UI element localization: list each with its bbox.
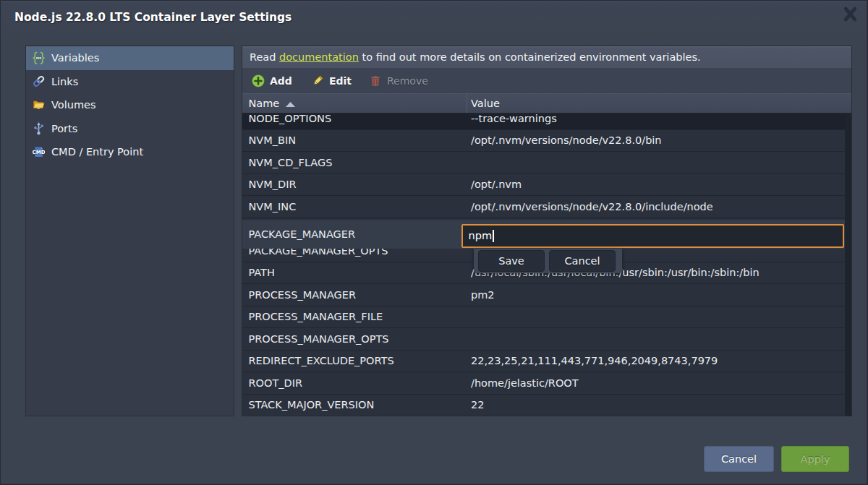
variables-panel: Read documentation to find out more deta… <box>242 46 852 416</box>
sidebar-item-volumes[interactable]: Volumes <box>26 93 234 117</box>
remove-button[interactable]: Remove <box>369 74 428 87</box>
table-row-NVM_CD_FLAGS[interactable]: NVM_CD_FLAGS <box>242 152 845 174</box>
close-icon[interactable] <box>844 7 856 22</box>
dialog-window: Node.js 22.8.0 LTS Container Layer Setti… <box>0 0 868 485</box>
cell-name: PROCESS_MANAGER_FILE <box>242 306 467 328</box>
table-row-PROCESS_MANAGER[interactable]: PROCESS_MANAGERpm2 <box>242 284 845 306</box>
edit-button[interactable]: Edit <box>311 74 352 87</box>
table-row-PROCESS_MANAGER_FILE[interactable]: PROCESS_MANAGER_FILE <box>242 306 845 329</box>
edit-icon <box>311 74 324 87</box>
sidebar-item-variables[interactable]: Variables <box>26 46 234 70</box>
add-icon <box>252 74 265 87</box>
documentation-link[interactable]: documentation <box>279 51 359 63</box>
cell-value <box>467 328 845 350</box>
sidebar-item-label: Links <box>51 76 78 87</box>
cell-value: /opt/.nvm <box>467 174 845 196</box>
variables-icon <box>33 52 45 64</box>
volumes-icon <box>33 99 45 111</box>
cell-name: NVM_CD_FLAGS <box>242 152 467 173</box>
titlebar: Node.js 22.8.0 LTS Container Layer Setti… <box>0 0 868 46</box>
cell-name: NVM_BIN <box>242 130 467 152</box>
sidebar-item-ports[interactable]: Ports <box>26 117 234 141</box>
cell-name: PROCESS_MANAGER <box>242 284 467 306</box>
table-row-STACK_MAJOR_VERSION[interactable]: STACK_MAJOR_VERSION22 <box>242 395 845 416</box>
row-editor: PACKAGE_MANAGER npm <box>242 219 845 249</box>
grid-body: NODE_OPTIONS--trace-warningsNVM_BIN/opt/… <box>242 113 845 416</box>
sidebar-item-label: Variables <box>51 52 99 64</box>
infobar-text-prefix: Read <box>250 51 279 63</box>
cell-value: /home/jelastic/ROOT <box>467 372 845 394</box>
column-header-value[interactable]: Value <box>471 94 500 113</box>
table-row-NVM_DIR[interactable]: NVM_DIR/opt/.nvm <box>242 174 845 197</box>
save-button[interactable]: Save <box>478 250 545 272</box>
edit-label: Edit <box>329 75 352 87</box>
editor-value-text: npm <box>469 230 493 241</box>
editor-row-name: PACKAGE_MANAGER <box>249 220 356 249</box>
table-row-NVM_BIN[interactable]: NVM_BIN/opt/.nvm/versions/node/v22.8.0/b… <box>242 130 845 153</box>
links-icon <box>33 75 45 87</box>
sidebar-item-label: CMD / Entry Point <box>51 146 143 158</box>
add-label: Add <box>270 75 292 87</box>
text-caret <box>493 230 494 242</box>
remove-label: Remove <box>387 75 428 87</box>
table-row-PROCESS_MANAGER_OPTS[interactable]: PROCESS_MANAGER_OPTS <box>242 328 845 351</box>
infobar: Read documentation to find out more deta… <box>242 46 851 68</box>
cell-value: pm2 <box>467 284 845 306</box>
ports-icon <box>33 122 45 134</box>
row-editor-buttons: Save Cancel <box>474 249 622 273</box>
cell-value: 22,23,25,21,111,443,771,946,2049,8743,79… <box>467 351 845 372</box>
add-button[interactable]: Add <box>252 74 292 87</box>
infobar-text-suffix: to find out more details on containerize… <box>359 51 701 63</box>
cell-value: 22 <box>467 395 845 416</box>
sidebar: VariablesLinksVolumesPortsCMDCMD / Entry… <box>25 46 234 416</box>
vertical-scrollbar[interactable] <box>845 113 851 416</box>
cell-value <box>467 306 845 328</box>
sidebar-item-label: Volumes <box>51 99 95 111</box>
sidebar-item-cmd-entry-point[interactable]: CMDCMD / Entry Point <box>26 140 234 164</box>
cell-name: STACK_MAJOR_VERSION <box>242 395 467 416</box>
cell-name: ROOT_DIR <box>242 372 467 394</box>
cmd-icon: CMD <box>33 146 45 158</box>
cell-name: NODE_OPTIONS <box>242 113 467 129</box>
cell-name: NVM_DIR <box>242 174 467 196</box>
table-row-NODE_OPTIONS[interactable]: NODE_OPTIONS--trace-warnings <box>242 113 845 130</box>
cell-value <box>467 152 845 173</box>
table-row-NVM_INC[interactable]: NVM_INC/opt/.nvm/versions/node/v22.8.0/i… <box>242 196 845 218</box>
svg-text:CMD: CMD <box>33 148 45 155</box>
editor-value-input[interactable]: npm <box>461 224 845 248</box>
sidebar-item-label: Ports <box>51 123 77 134</box>
remove-icon <box>369 74 382 87</box>
dialog-title: Node.js 22.8.0 LTS Container Layer Setti… <box>14 11 292 24</box>
toolbar: Add Edit <box>242 68 851 93</box>
cell-name: PATH <box>242 262 467 284</box>
cell-value: /opt/.nvm/versions/node/v22.8.0/bin <box>467 130 845 152</box>
editor-cancel-button[interactable]: Cancel <box>549 250 616 272</box>
apply-button[interactable]: Apply <box>781 446 849 472</box>
cell-value: /opt/.nvm/versions/node/v22.8.0/include/… <box>467 196 845 218</box>
column-separator <box>467 94 467 113</box>
grid-header: Name Value <box>242 93 851 113</box>
cell-name: NVM_INC <box>242 196 467 218</box>
sort-asc-icon <box>286 98 295 109</box>
cell-value: --trace-warnings <box>467 113 845 129</box>
cancel-button[interactable]: Cancel <box>704 446 774 472</box>
column-header-name[interactable]: Name <box>249 94 296 113</box>
sidebar-item-links[interactable]: Links <box>26 70 234 94</box>
cell-name: PROCESS_MANAGER_OPTS <box>242 328 467 350</box>
table-row-REDIRECT_EXCLUDE_PORTS[interactable]: REDIRECT_EXCLUDE_PORTS22,23,25,21,111,44… <box>242 351 845 373</box>
table-row-ROOT_DIR[interactable]: ROOT_DIR/home/jelastic/ROOT <box>242 372 845 395</box>
cell-name: REDIRECT_EXCLUDE_PORTS <box>242 351 467 372</box>
